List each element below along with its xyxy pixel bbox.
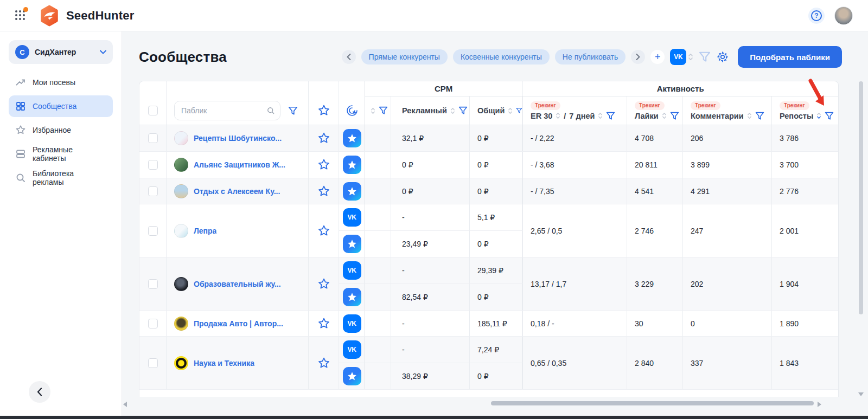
column-header-total-cpm[interactable]: Общий (470, 96, 523, 125)
sort-icon[interactable] (598, 112, 603, 120)
app-launcher-icon[interactable] (15, 10, 26, 21)
account-switcher[interactable]: C СидХантер (9, 40, 113, 64)
sidebar-item-ad-library[interactable]: Библиотека рекламы (9, 167, 113, 189)
filter-icon[interactable] (699, 51, 711, 63)
platform-subrow: 0 ₽0 ₽ (339, 178, 523, 204)
favorite-star-button[interactable] (317, 158, 330, 171)
sidebar-item-communities[interactable]: Сообщества (9, 95, 113, 117)
community-name-link[interactable]: Альянс Защитников Ж... (194, 160, 285, 169)
favorite-star-button[interactable] (317, 357, 330, 370)
favorite-star-button[interactable] (317, 132, 330, 145)
vk-platform-icon[interactable]: VK (343, 261, 361, 280)
community-name-link[interactable]: Лепра (194, 227, 216, 235)
horizontal-scroll-right-arrow[interactable] (818, 402, 821, 407)
tracking-badge: Трекинг (531, 101, 560, 110)
user-avatar[interactable] (834, 7, 853, 25)
star-app-platform-icon[interactable] (343, 367, 361, 385)
filter-icon[interactable] (458, 106, 468, 115)
column-header-er[interactable]: Трекинг ER 30/7 дней (523, 96, 627, 125)
sidebar-item-ad-cabinets[interactable]: Рекламные кабинеты (9, 143, 113, 165)
public-search-input[interactable] (174, 101, 280, 120)
public-search (174, 101, 280, 120)
brand[interactable]: SeedHunter (38, 4, 134, 27)
platform-target-icon[interactable] (346, 104, 359, 117)
community-name-link[interactable]: Продажа Авто | Автор... (194, 319, 283, 328)
sidebar-collapse-button[interactable] (29, 381, 50, 403)
filter-icon[interactable] (606, 112, 615, 120)
filter-icon[interactable] (379, 106, 388, 115)
settings-gear-icon[interactable] (716, 50, 729, 63)
star-app-platform-icon[interactable] (343, 156, 361, 174)
ad-cpm-value: 82,54 ₽ (402, 293, 428, 301)
tag-indirect-competitors[interactable]: Косвенные конкуренты (453, 49, 550, 65)
chevron-left-icon (347, 54, 351, 60)
tag-direct-competitors[interactable]: Прямые конкуренты (361, 49, 448, 65)
sidebar-item-my-seeds[interactable]: Мои посевы (9, 72, 113, 93)
horizontal-scroll-left-arrow[interactable] (123, 402, 127, 407)
vertical-scroll-down-arrow[interactable] (858, 392, 864, 396)
row-checkbox[interactable] (148, 358, 158, 368)
help-button[interactable]: ? (808, 8, 825, 24)
select-all-checkbox[interactable] (148, 106, 158, 115)
filter-icon[interactable] (670, 112, 679, 120)
er-separator: / (564, 112, 566, 120)
sort-icon[interactable] (508, 107, 513, 115)
row-checkbox[interactable] (148, 133, 158, 143)
vk-platform-icon[interactable]: VK (343, 340, 361, 359)
row-checkbox[interactable] (148, 319, 158, 328)
column-header-hidden[interactable] (365, 96, 391, 125)
column-header-comments[interactable]: Трекинг Комментарии (683, 96, 772, 125)
vk-platform-icon[interactable]: VK (343, 208, 361, 227)
row-checkbox[interactable] (148, 160, 158, 170)
star-app-platform-icon[interactable] (343, 182, 361, 201)
community-name-link[interactable]: Отдых с Алексеем Ку... (194, 187, 280, 196)
column-header-reposts[interactable]: Трекинг Репосты (772, 96, 839, 125)
sort-icon[interactable] (662, 112, 667, 120)
filter-icon[interactable] (825, 112, 834, 120)
favorite-star-button[interactable] (317, 185, 330, 198)
sort-icon[interactable] (816, 112, 821, 120)
vk-platform-icon[interactable]: VK (343, 314, 361, 333)
column-header-likes[interactable]: Трекинг Лайки (627, 96, 683, 125)
sort-icon[interactable] (556, 112, 560, 120)
tags-scroll-right-button[interactable] (631, 50, 645, 64)
star-app-platform-icon[interactable] (343, 235, 361, 253)
row-checkbox[interactable] (148, 186, 158, 196)
favorite-star-button[interactable] (317, 278, 330, 291)
tag-do-not-publish[interactable]: Не публиковать (555, 49, 626, 65)
tags-scroll-left-button[interactable] (342, 50, 356, 64)
add-tag-button[interactable]: + (650, 50, 665, 64)
community-name-link[interactable]: Рецепты Шобутинско... (194, 134, 282, 143)
public-filter-icon[interactable] (288, 106, 298, 115)
favorite-star-button[interactable] (317, 317, 330, 330)
trend-icon (15, 77, 26, 88)
horizontal-scrollbar[interactable] (491, 401, 814, 405)
community-name-link[interactable]: Наука и Техника (194, 359, 254, 368)
group-header-cpm: CPM (365, 81, 522, 96)
ad-cpm-value: - (402, 213, 405, 222)
sort-icon[interactable] (450, 107, 455, 115)
table-column-header: Рекламный Общий Трекинг ER 30/7 дней Тре… (139, 96, 838, 125)
platform-select[interactable]: VK (670, 49, 693, 65)
row-checkbox[interactable] (148, 226, 158, 236)
likes-value: 3 229 (635, 280, 654, 288)
column-header-ad-cpm[interactable]: Рекламный (391, 96, 470, 125)
select-publics-button[interactable]: Подобрать паблики (738, 46, 842, 68)
filter-icon[interactable] (755, 112, 764, 120)
star-app-platform-icon[interactable] (343, 129, 361, 147)
reposts-value: 2 001 (780, 227, 799, 235)
community-name-link[interactable]: Образовательный жу... (194, 280, 281, 288)
favorite-star-button[interactable] (317, 224, 330, 237)
favorites-column-icon[interactable] (317, 104, 330, 117)
sort-icon[interactable] (371, 107, 375, 115)
star-app-platform-icon[interactable] (343, 288, 361, 306)
star-glyph (347, 239, 357, 249)
filter-icon[interactable] (516, 106, 522, 115)
community-avatar (174, 224, 188, 238)
sort-icon[interactable] (747, 112, 752, 120)
notification-dot (23, 7, 28, 12)
total-cpm-value: 0 ₽ (477, 372, 489, 381)
row-checkbox[interactable] (148, 279, 158, 289)
vertical-scrollbar[interactable] (859, 81, 863, 314)
sidebar-item-favorites[interactable]: Избранное (9, 119, 113, 141)
